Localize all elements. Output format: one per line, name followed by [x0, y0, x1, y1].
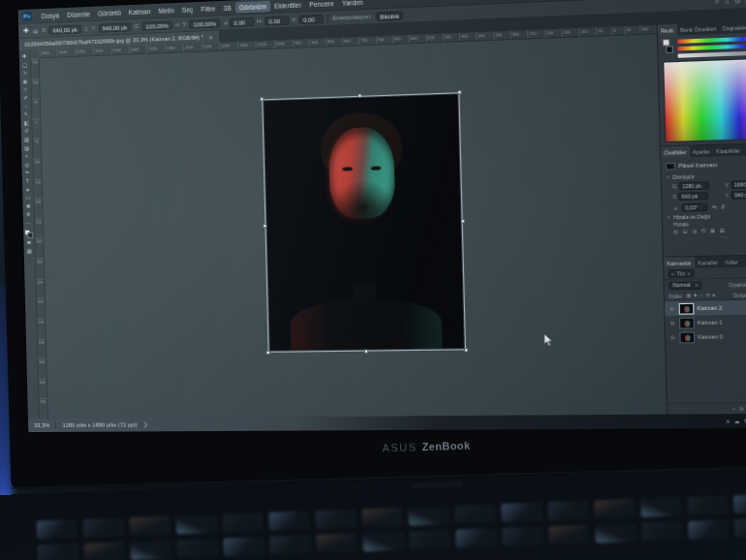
layer-row[interactable]: ⊙ Katman 1	[665, 314, 746, 330]
layer-visibility-icon[interactable]: ⊙	[668, 334, 676, 340]
layer-name[interactable]: Katman 1	[698, 319, 723, 326]
tool-button[interactable]: ◉	[22, 78, 27, 86]
toolbar-extra-icon[interactable]: ◙	[27, 238, 31, 247]
layer-visibility-icon[interactable]: ⊙	[668, 320, 676, 326]
menu-item[interactable]: Katman	[125, 6, 155, 17]
align-button[interactable]: ⊐	[692, 228, 697, 233]
property-field[interactable]: Y 940 pk	[725, 190, 746, 200]
property-field[interactable]: Y 1880 pk	[725, 179, 746, 189]
options-aux-icon[interactable]: ⌗	[715, 0, 719, 6]
tool-button[interactable]: ⌗	[24, 85, 27, 94]
tool-button[interactable]: ✐	[23, 94, 28, 103]
brightness-slider[interactable]	[678, 50, 746, 58]
menu-item[interactable]: Filtre	[197, 3, 219, 15]
menu-item[interactable]: Dosya	[38, 10, 64, 21]
reference-point-icon[interactable]: ⊞	[33, 27, 38, 34]
tool-button[interactable]: ∿	[22, 69, 27, 78]
transform-field[interactable]: Y: 100,00%	[182, 18, 220, 29]
saturation-slider[interactable]	[677, 43, 746, 50]
transform-field[interactable]: ∞	[175, 21, 179, 27]
color-spectrum-picker[interactable]	[663, 57, 746, 142]
toolbar-extra-icon[interactable]: ▦	[27, 247, 32, 256]
tool-button[interactable]: ▨	[24, 136, 29, 144]
property-value[interactable]: 1880 pk	[730, 180, 746, 189]
options-aux-icon[interactable]: ⌂	[725, 0, 730, 6]
panel-tab[interactable]: Kanallar	[695, 256, 722, 267]
layers-action-icon[interactable]: ⌁	[732, 406, 735, 411]
transform-handle[interactable]	[263, 224, 266, 228]
panel-tab[interactable]: Yollar	[721, 256, 741, 267]
transform-handle[interactable]	[357, 94, 361, 98]
panel-tab[interactable]: Kitaplıklar	[713, 144, 744, 157]
menu-item[interactable]: Düzenle	[63, 8, 94, 19]
transform-field[interactable]: Y: 940,00 pk	[91, 22, 131, 33]
menu-item[interactable]: Metin	[154, 4, 178, 16]
transform-handle[interactable]	[464, 348, 468, 352]
tool-button[interactable]: ↺	[24, 127, 29, 136]
lock-icon[interactable]: ⊡	[706, 293, 710, 297]
field-value[interactable]: 0,00	[299, 14, 324, 23]
angle-value[interactable]: 0,00°	[682, 202, 708, 211]
chevron-down-icon[interactable]: ∨	[667, 214, 670, 219]
property-value[interactable]: 640 pk	[678, 192, 708, 201]
layer-name[interactable]: Katman 0	[698, 333, 723, 340]
align-button[interactable]: ⊏	[673, 229, 678, 234]
lock-icon[interactable]: ▦	[686, 293, 691, 297]
field-value[interactable]: 940,00 pk	[98, 22, 131, 32]
zoom-level[interactable]: 33,3%	[34, 422, 49, 428]
property-field[interactable]: G 1280 pk	[672, 181, 721, 191]
tool-button[interactable]: ◔	[24, 102, 28, 110]
align-button[interactable]: ⊞	[710, 228, 715, 233]
property-value[interactable]: 1280 pk	[679, 181, 709, 190]
transform-handle[interactable]	[260, 97, 264, 101]
property-field[interactable]: X 640 pk	[672, 191, 721, 201]
layer-visibility-icon[interactable]: ⊙	[668, 305, 676, 311]
flip-icon[interactable]: ⇵	[720, 203, 725, 210]
field-value[interactable]: 100,00%	[189, 18, 220, 28]
transform-handle[interactable]	[364, 350, 368, 354]
tray-icon[interactable]: ☁	[734, 418, 740, 423]
canvas[interactable]	[40, 34, 667, 419]
flip-icon[interactable]: ⇋	[712, 203, 717, 209]
layer-row[interactable]: ⊙ Katman 2	[665, 299, 746, 316]
menu-item[interactable]: Pencere	[305, 0, 338, 10]
tool-button[interactable]: ✱	[26, 202, 31, 210]
layers-action-icon[interactable]: fx	[739, 406, 743, 411]
transform-field[interactable]: ⊿ 0,00	[223, 16, 254, 26]
transform-handle[interactable]	[457, 90, 461, 94]
background-color-swatch[interactable]	[27, 233, 33, 238]
lock-icon[interactable]: ⊹	[699, 293, 703, 297]
transform-field[interactable]: H: 0,00	[257, 16, 289, 26]
layer-name[interactable]: Katman 2	[698, 304, 723, 311]
interpolation-select[interactable]: Bikübik	[376, 11, 403, 20]
property-value[interactable]: 940 pk	[730, 190, 746, 199]
layer-filter-select[interactable]: ⌕ Tür ∨	[668, 269, 694, 278]
blend-mode-select[interactable]: Normal ∨	[668, 281, 702, 290]
menu-item[interactable]: Seç	[178, 4, 198, 16]
tool-button[interactable]: ◧	[23, 119, 28, 128]
tool-button[interactable]: ➤	[25, 185, 30, 194]
transform-bounding-box[interactable]	[262, 92, 466, 353]
transform-handle[interactable]	[461, 219, 465, 223]
transform-field[interactable]: V: 0,00	[292, 14, 324, 24]
foreground-background-swatches[interactable]	[24, 230, 33, 238]
tool-button[interactable]: ◐	[25, 152, 29, 161]
more-options-icon[interactable]: ⋯	[668, 233, 746, 242]
menu-item[interactable]: Yardım	[338, 0, 367, 9]
field-value[interactable]: 0,00	[230, 16, 254, 26]
tool-button[interactable]: ✒	[25, 169, 30, 177]
background-color-swatch[interactable]	[666, 46, 673, 53]
lock-icon[interactable]: ∎	[712, 293, 715, 297]
tool-button[interactable]: ✎	[23, 110, 28, 119]
field-value[interactable]: 0,00	[264, 16, 289, 25]
tool-button[interactable]: ▭	[25, 194, 30, 202]
tool-button[interactable]: ⊕	[26, 210, 31, 219]
transform-field[interactable]: X: 640,00 pk	[42, 24, 81, 35]
transform-handle[interactable]	[266, 351, 270, 355]
tray-icon[interactable]: ∧	[726, 418, 730, 423]
color-swatches-mini[interactable]	[663, 39, 674, 55]
align-button[interactable]: ⊔	[683, 228, 688, 233]
tool-button[interactable]: ✚	[22, 52, 27, 61]
transform-field[interactable]: G: 100,00%	[134, 20, 172, 31]
lock-icon[interactable]: ✚	[694, 293, 698, 297]
